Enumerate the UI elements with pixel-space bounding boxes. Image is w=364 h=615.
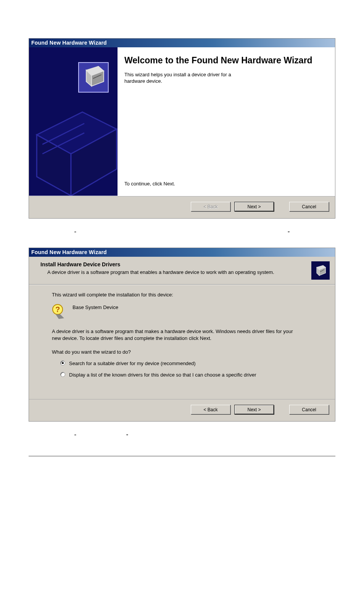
window-title: Found New Hardware Wizard [31,249,107,255]
titlebar: Found New Hardware Wizard [29,248,335,257]
device-name: Base System Device [72,304,118,310]
wizard-subtext: This wizard helps you install a device d… [124,71,250,85]
cancel-button[interactable]: Cancel [289,202,329,211]
wizard-continue-text: To continue, click Next. [124,181,324,190]
svg-marker-18 [56,314,64,319]
wizard-content: Welcome to the Found New Hardware Wizard… [118,47,335,196]
device-row: ? Base System Device [52,304,320,319]
hardware-icon [311,261,330,280]
wizard-header: Install Hardware Device Drivers A device… [29,257,335,285]
open-quote: “ [74,433,76,439]
footer-rule [29,456,335,456]
button-row: < Back Next > Cancel [29,196,335,218]
close-quote: ” [126,433,128,439]
window-title: Found New Hardware Wizard [31,40,107,46]
close-quote: ” [288,230,290,236]
unknown-device-icon: ? [52,304,66,319]
radio-selected-icon [60,361,65,365]
radio-option-search[interactable]: Search for a suitable driver for my devi… [60,360,297,367]
back-button[interactable]: < Back [191,405,230,414]
quote-marks-1: “ ” [29,230,335,238]
button-row: < Back Next > Cancel [29,399,335,421]
radio-label: Display a list of the known drivers for … [69,372,256,378]
wizard-body: This wizard will complete the installati… [29,285,335,399]
back-button: < Back [191,202,230,211]
radio-option-list[interactable]: Display a list of the known drivers for … [60,372,297,378]
page-title: Install Hardware Device Drivers [40,261,307,267]
cancel-button[interactable]: Cancel [289,405,329,414]
radio-unselected-icon [60,372,65,377]
next-button[interactable]: Next > [234,405,274,414]
next-button[interactable]: Next > [234,202,274,211]
quote-marks-2: “ ” [29,433,335,441]
wizard-sidebar-graphic [29,47,118,196]
wizard-question: What do you want the wizard to do? [52,349,320,355]
wizard-heading: Welcome to the Found New Hardware Wizard [124,55,324,66]
intro-text: This wizard will complete the installati… [52,292,320,298]
page-subtitle: A device driver is a software program th… [40,269,307,276]
wizard-install-dialog: Found New Hardware Wizard Install Hardwa… [29,248,335,422]
open-quote: “ [74,230,76,236]
radio-label: Search for a suitable driver for my devi… [69,360,196,367]
svg-text:?: ? [55,305,60,314]
radio-group: Search for a suitable driver for my devi… [52,360,320,378]
computer-hardware-icon [29,47,118,196]
driver-paragraph: A device driver is a software program th… [52,328,296,341]
titlebar: Found New Hardware Wizard [29,39,335,47]
wizard-welcome-dialog: Found New Hardware Wizard [29,38,335,219]
